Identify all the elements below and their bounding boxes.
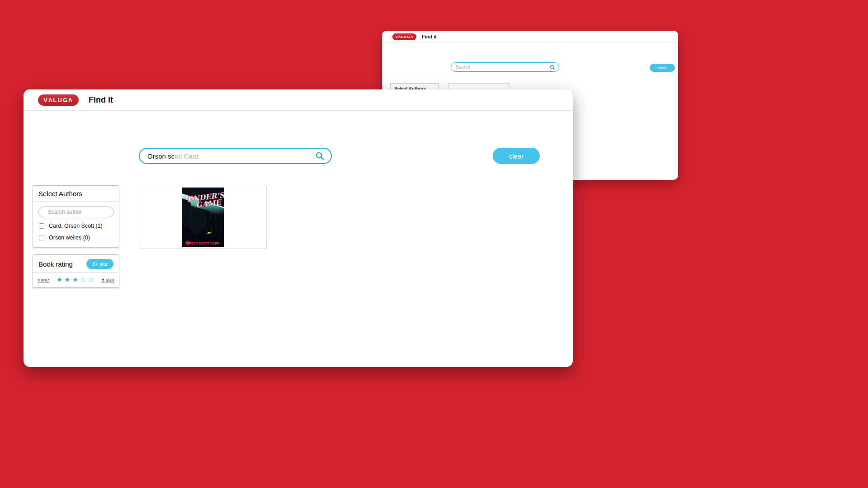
author-checkbox[interactable]	[39, 235, 44, 240]
search-placeholder: Search	[456, 65, 550, 70]
select-authors-panel: Select Authors Card, Orson Scott (1) Ors…	[33, 185, 119, 248]
author-option-row[interactable]: Card, Orson Scott (1)	[33, 223, 119, 229]
find-it-app-window: VΛLUGΛ Find it Orson scott Card clear Se…	[24, 89, 573, 367]
search-input[interactable]: Orson scott Card	[139, 148, 332, 164]
search-input[interactable]: Search	[451, 62, 559, 72]
app-header: VΛLUGΛ Find it	[382, 31, 678, 42]
search-icon[interactable]	[550, 65, 555, 70]
star-filled-icon[interactable]: ★	[57, 276, 62, 283]
rating-none-link[interactable]: none	[38, 277, 49, 282]
valuga-logo: VΛLUGΛ	[392, 33, 416, 40]
book-cover-enders-game[interactable]: ENDER'S GAME ORSON SCOTT CARD	[182, 188, 224, 247]
author-option-label: Orson welles (0)	[49, 235, 90, 241]
book-rating-panel: Book rating 3+ star none ★★★☆☆ 5 star	[33, 254, 119, 288]
book-rating-title: Book rating	[38, 260, 73, 268]
app-title: Find it	[89, 95, 113, 105]
star-filled-icon[interactable]: ★	[72, 276, 78, 283]
star-filled-icon[interactable]: ★	[64, 276, 70, 283]
valuga-logo: VΛLUGΛ	[38, 94, 79, 106]
star-empty-icon[interactable]: ☆	[80, 276, 86, 283]
star-rating[interactable]: ★★★☆☆	[57, 276, 94, 283]
author-search-input[interactable]	[38, 206, 114, 217]
author-option-row[interactable]: Orson welles (0)	[33, 235, 119, 241]
star-empty-icon[interactable]: ☆	[88, 276, 94, 283]
author-checkbox[interactable]	[39, 223, 44, 229]
book-author-text: ORSON SCOTT CARD	[186, 242, 220, 245]
search-typed-text: Orson sc	[147, 152, 175, 160]
select-authors-title: Select Authors	[38, 190, 82, 197]
app-title: Find it	[422, 34, 437, 39]
clear-button[interactable]: clear	[650, 64, 675, 72]
search-icon[interactable]	[315, 151, 325, 161]
valuga-logo-text: VΛLUGΛ	[43, 97, 73, 103]
valuga-logo-text: VΛLUGΛ	[395, 35, 413, 39]
rating-badge[interactable]: 3+ star	[86, 259, 113, 269]
book-result-card[interactable]: ENDER'S GAME ORSON SCOTT CARD	[139, 186, 267, 249]
app-header: VΛLUGΛ Find it	[24, 89, 573, 111]
author-option-label: Card, Orson Scott (1)	[49, 223, 103, 229]
rating-five-star-link[interactable]: 5 star	[101, 277, 114, 282]
search-suggestion-text: ott Card	[175, 152, 198, 160]
clear-button[interactable]: clear	[493, 148, 540, 164]
